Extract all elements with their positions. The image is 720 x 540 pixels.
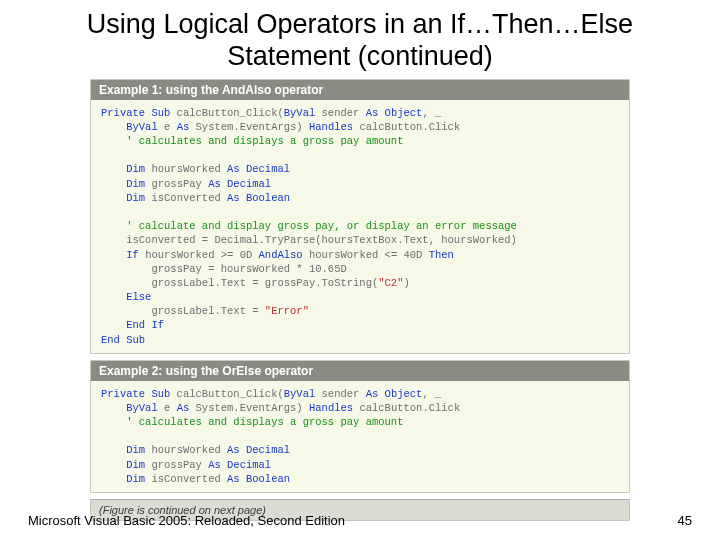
code-ident: calcButton_Click( [170, 107, 283, 119]
code-kw: Handles [309, 121, 353, 133]
code-kw: As Decimal [208, 459, 271, 471]
example-1-header: Example 1: using the AndAlso operator [91, 80, 629, 100]
code-ident: e [158, 121, 177, 133]
code-kw: End Sub [101, 334, 145, 346]
code-ident: ) [403, 277, 409, 289]
code-kw: ByVal [126, 121, 158, 133]
code-ident: e [158, 402, 177, 414]
code-ident: sender [315, 388, 365, 400]
code-ident: hoursWorked [145, 444, 227, 456]
footer-page-number: 45 [678, 513, 692, 528]
code-kw: ByVal [284, 388, 316, 400]
code-kw: Dim [126, 444, 145, 456]
footer-book-title: Microsoft Visual Basic 2005: Reloaded, S… [28, 513, 345, 528]
code-kw: If [126, 249, 139, 261]
code-kw: Dim [126, 163, 145, 175]
code-kw: ByVal [284, 107, 316, 119]
code-comment: ' calculates and displays a gross pay am… [126, 416, 403, 428]
code-kw: Private Sub [101, 107, 170, 119]
example-1-code: Private Sub calcButton_Click(ByVal sende… [91, 100, 629, 353]
code-kw: As [177, 121, 190, 133]
code-ident: hoursWorked [145, 163, 227, 175]
code-ident: System.EventArgs) [189, 402, 309, 414]
code-kw: As Decimal [227, 163, 290, 175]
code-kw: Dim [126, 459, 145, 471]
code-ident: , _ [422, 388, 441, 400]
code-ident: sender [315, 107, 365, 119]
example-2-header: Example 2: using the OrElse operator [91, 361, 629, 381]
code-line: grossPay = hoursWorked * 10.65D [151, 263, 346, 275]
code-kw: Dim [126, 192, 145, 204]
code-ident: System.EventArgs) [189, 121, 309, 133]
code-ident: , _ [422, 107, 441, 119]
page-title: Using Logical Operators in an If…Then…El… [60, 8, 660, 73]
code-comment: ' calculate and display gross pay, or di… [126, 220, 517, 232]
code-kw: Handles [309, 402, 353, 414]
code-kw: Then [429, 249, 454, 261]
code-kw: AndAlso [259, 249, 303, 261]
code-kw: ByVal [126, 402, 158, 414]
code-ident: grossPay [145, 178, 208, 190]
code-kw: Dim [126, 178, 145, 190]
code-ident: calcButton_Click( [170, 388, 283, 400]
code-ident: calcButton.Click [353, 402, 460, 414]
code-kw: End If [126, 319, 164, 331]
code-line: isConverted = Decimal.TryParse(hoursText… [126, 234, 517, 246]
code-string: "Error" [265, 305, 309, 317]
example-1-box: Example 1: using the AndAlso operator Pr… [90, 79, 630, 354]
example-2-box: Example 2: using the OrElse operator Pri… [90, 360, 630, 493]
code-comment: ' calculates and displays a gross pay am… [126, 135, 403, 147]
code-kw: As Boolean [227, 192, 290, 204]
code-kw: Else [126, 291, 151, 303]
code-kw: Private Sub [101, 388, 170, 400]
code-string: "C2" [378, 277, 403, 289]
code-ident: hoursWorked <= 40D [303, 249, 429, 261]
code-kw: As [177, 402, 190, 414]
examples-container: Example 1: using the AndAlso operator Pr… [90, 79, 630, 493]
code-kw: As Decimal [227, 444, 290, 456]
code-ident: hoursWorked >= 0D [139, 249, 259, 261]
code-ident: isConverted [145, 473, 227, 485]
code-kw: Dim [126, 473, 145, 485]
code-ident: grossPay [145, 459, 208, 471]
code-kw: As Boolean [227, 473, 290, 485]
example-2-code: Private Sub calcButton_Click(ByVal sende… [91, 381, 629, 492]
code-ident: isConverted [145, 192, 227, 204]
code-ident: grossLabel.Text = [151, 305, 264, 317]
code-ident: grossLabel.Text = grossPay.ToString( [151, 277, 378, 289]
code-kw: As Decimal [208, 178, 271, 190]
code-kw: As Object [366, 388, 423, 400]
code-kw: As Object [366, 107, 423, 119]
code-ident: calcButton.Click [353, 121, 460, 133]
